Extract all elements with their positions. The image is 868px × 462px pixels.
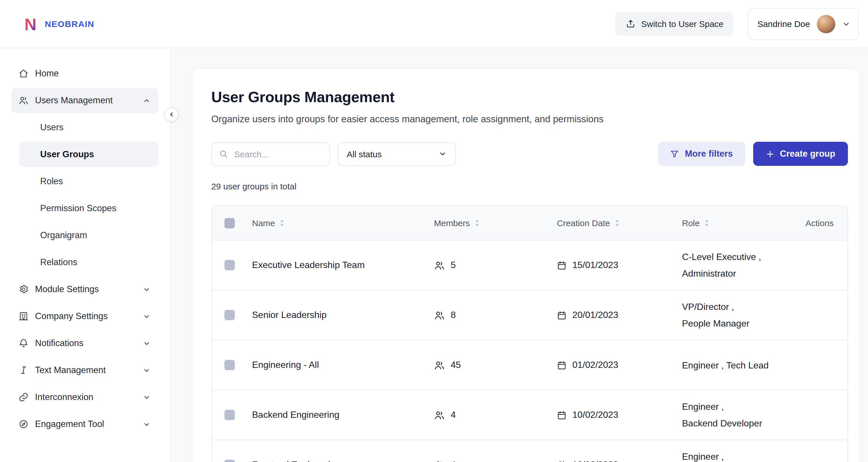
row-checkbox[interactable] bbox=[224, 460, 235, 462]
sidebar-item-home[interactable]: Home bbox=[11, 61, 158, 86]
members-icon bbox=[434, 310, 445, 320]
sidebar-item-users-management[interactable]: Users Management bbox=[11, 88, 158, 113]
sidebar-sub-label: Users bbox=[40, 122, 63, 132]
users-icon bbox=[19, 95, 29, 105]
sidebar-item-label: Engagement Tool bbox=[35, 419, 104, 429]
sort-role-icon[interactable] bbox=[704, 219, 710, 227]
row-checkbox-cell bbox=[212, 360, 252, 370]
switch-user-space-button[interactable]: Switch to User Space bbox=[615, 12, 734, 36]
creation-date: 01/02/2023 bbox=[572, 360, 618, 370]
calendar-icon bbox=[557, 460, 567, 462]
link-icon bbox=[19, 392, 29, 402]
sort-name-icon[interactable] bbox=[279, 219, 285, 227]
table-row: Senior Leadership 8 20/01/2023 VP/Direct… bbox=[212, 290, 847, 340]
chevron-down-icon bbox=[842, 20, 850, 28]
sidebar-item-label: Company Settings bbox=[35, 311, 107, 321]
select-all-checkbox[interactable] bbox=[224, 218, 235, 228]
search-icon bbox=[219, 149, 228, 159]
row-checkbox[interactable] bbox=[224, 260, 235, 270]
members-icon bbox=[434, 409, 445, 421]
row-checkbox[interactable] bbox=[224, 310, 235, 320]
members-count: 4 bbox=[451, 460, 456, 462]
members-icon bbox=[434, 360, 445, 370]
members-count: 5 bbox=[451, 260, 456, 270]
sidebar-item-engagement-tool[interactable]: Engagement Tool bbox=[11, 411, 158, 437]
home-icon bbox=[19, 68, 29, 79]
more-filters-button[interactable]: More filters bbox=[658, 142, 745, 166]
create-group-label: Create group bbox=[780, 149, 835, 159]
chevron-down-icon bbox=[439, 150, 446, 158]
sidebar-item-users[interactable]: Users bbox=[19, 115, 158, 140]
chevron-up-icon bbox=[143, 97, 150, 104]
filter-icon bbox=[670, 149, 679, 158]
chevron-down-icon bbox=[143, 393, 150, 401]
svg-text:N: N bbox=[24, 15, 36, 32]
sort-date-icon[interactable] bbox=[614, 219, 620, 227]
sidebar-item-organigram[interactable]: Organigram bbox=[19, 223, 158, 248]
members-cell: 4 bbox=[434, 409, 557, 421]
engagement-icon bbox=[19, 419, 29, 429]
chevron-down-icon bbox=[143, 421, 150, 428]
page-subtitle: Organize users into groups for easier ac… bbox=[211, 114, 848, 125]
text-icon bbox=[19, 365, 29, 375]
user-name: Sandrine Doe bbox=[757, 19, 810, 29]
sidebar-item-label: Interconnexion bbox=[35, 392, 93, 402]
sidebar-sub-label: Permission Scopes bbox=[40, 203, 116, 214]
group-name: Engineering - All bbox=[252, 360, 434, 370]
group-name: Backend Engineering bbox=[252, 410, 434, 420]
user-groups-card: User Groups Management Organize users in… bbox=[192, 68, 860, 462]
sort-members-icon[interactable] bbox=[474, 219, 479, 227]
sidebar-item-user-groups[interactable]: User Groups bbox=[19, 142, 158, 167]
header-role: Role bbox=[682, 218, 805, 228]
sidebar-item-label: Notifications bbox=[35, 338, 84, 348]
sidebar-item-module-settings[interactable]: Module Settings bbox=[11, 277, 158, 302]
gear-icon bbox=[19, 284, 29, 295]
role-cell: Engineer , Tech Lead bbox=[682, 357, 805, 373]
header-creation-date: Creation Date bbox=[557, 218, 682, 228]
sidebar-item-relations[interactable]: Relations bbox=[19, 250, 158, 275]
total-count: 29 user groups in total bbox=[211, 181, 848, 191]
sidebar-item-roles[interactable]: Roles bbox=[19, 169, 158, 194]
row-checkbox-cell bbox=[212, 310, 252, 320]
top-header: N NEOBRAIN Switch to User Space Sandrine… bbox=[0, 0, 868, 48]
sidebar-item-permission-scopes[interactable]: Permission Scopes bbox=[19, 196, 158, 221]
sidebar-item-label: Home bbox=[35, 68, 59, 79]
sidebar-item-text-management[interactable]: Text Management bbox=[11, 358, 158, 383]
creation-date-cell: 10/02/2023 bbox=[557, 410, 682, 420]
sidebar-item-notifications[interactable]: Notifications bbox=[11, 331, 158, 356]
role-cell: VP/Director ,People Manager bbox=[682, 299, 805, 332]
members-icon bbox=[434, 260, 445, 271]
brand: N NEOBRAIN bbox=[22, 15, 94, 32]
chevron-down-icon bbox=[143, 312, 150, 320]
header-name: Name bbox=[252, 218, 434, 228]
neobrain-logo: N bbox=[22, 15, 39, 32]
creation-date: 20/01/2023 bbox=[572, 310, 618, 320]
row-checkbox[interactable] bbox=[224, 360, 235, 370]
create-group-button[interactable]: Create group bbox=[753, 142, 848, 166]
members-cell: 8 bbox=[434, 310, 557, 320]
row-checkbox[interactable] bbox=[224, 410, 235, 420]
members-count: 45 bbox=[451, 360, 461, 370]
table-header-row: Name Members Creation Date Role bbox=[212, 206, 847, 240]
brand-name: NEOBRAIN bbox=[45, 19, 94, 29]
status-filter-select[interactable]: All status bbox=[338, 142, 456, 165]
members-cell: 45 bbox=[434, 360, 557, 370]
sidebar-collapse-button[interactable] bbox=[164, 107, 179, 122]
chevron-left-icon bbox=[168, 111, 175, 118]
role-cell: Engineer ,Frontend Developer bbox=[682, 448, 805, 462]
switch-space-icon bbox=[626, 19, 636, 29]
search-input[interactable] bbox=[211, 142, 330, 165]
table-row: Executive Leadership Team 5 15/01/2023 C… bbox=[212, 240, 847, 290]
creation-date-cell: 15/01/2023 bbox=[557, 260, 682, 270]
avatar bbox=[817, 14, 835, 33]
sidebar-sub-label: User Groups bbox=[40, 149, 94, 159]
user-menu[interactable]: Sandrine Doe bbox=[748, 8, 859, 40]
sidebar-item-interconnexion[interactable]: Interconnexion bbox=[11, 384, 158, 410]
calendar-icon bbox=[557, 410, 567, 420]
calendar-icon bbox=[557, 260, 567, 270]
sidebar-sub-label: Roles bbox=[40, 176, 63, 187]
sidebar-item-company-settings[interactable]: Company Settings bbox=[11, 304, 158, 329]
page-title: User Groups Management bbox=[211, 88, 848, 106]
sidebar-sub-label: Organigram bbox=[40, 230, 87, 241]
creation-date-cell: 10/02/2023 bbox=[557, 460, 682, 462]
